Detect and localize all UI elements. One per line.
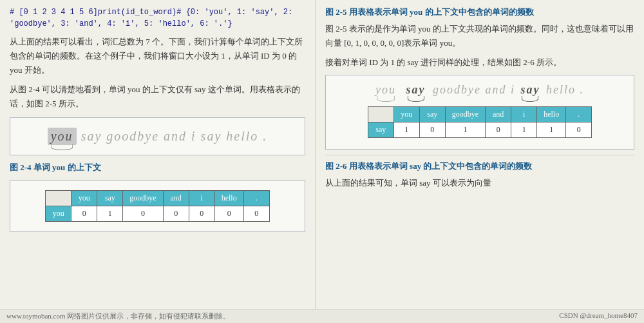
fig5-para1: 图 2-5 表示的是作为单词 you 的上下文共现的单词的频数。同时，这也意味着… — [325, 22, 634, 50]
fig5-para2: 接着对单词 ID 为 1 的 say 进行同样的处理，结果如图 2-6 所示。 — [325, 55, 634, 70]
fig4-col-say: say — [97, 191, 123, 206]
code-block: # [0 1 2 3 4 1 5 6]print(id_to_word)# {0… — [10, 6, 305, 30]
fig5-data-row: say 1 0 1 0 1 1 0 — [368, 122, 591, 138]
fig5-val-1: 0 — [419, 122, 445, 138]
fig4-val-2: 0 — [123, 206, 163, 222]
fig4-data-row: you 0 1 0 0 0 0 0 — [46, 206, 269, 222]
code-line-2: 'goodbye', 3: 'and', 4: 'i', 5: 'hello',… — [10, 18, 305, 30]
divider — [325, 155, 634, 155]
fig5-table: you say goodbye and i hello . say 1 0 1 — [368, 106, 592, 138]
fig5-empty-cell — [368, 107, 393, 122]
fig5-val-3: 0 — [486, 122, 511, 138]
fig4-val-5: 0 — [214, 206, 243, 222]
para-1: 从上面的结果可以看出，词汇总数为 7 个。下面，我们计算每个单词的上下文所包含的… — [10, 35, 305, 77]
fig4-col-goodbye: goodbye — [123, 191, 163, 206]
fig5-val-0: 1 — [393, 122, 419, 138]
fig4-col-i: i — [189, 191, 214, 206]
figure-2-4-sentence-box: you say goodbye and i say hello . — [10, 117, 305, 155]
word-you-highlight: you — [48, 128, 77, 145]
right-word-say1: say — [406, 83, 426, 97]
sentence-display: you say goodbye and i say hello . — [23, 128, 292, 145]
fig5-row-label: say — [368, 122, 393, 138]
fig4-table: you say goodbye and i hello . you 0 — [45, 190, 269, 222]
fig6-para: 从上面的结果可知，单词 say 可以表示为向量 — [325, 176, 634, 190]
fig5-col-goodbye: goodbye — [445, 107, 485, 122]
fig4-table-box: you say goodbye and i hello . you 0 — [10, 180, 305, 232]
fig4-empty-cell — [46, 191, 71, 206]
fig4-val-4: 0 — [189, 206, 214, 222]
fig4-caption: 图 2-4 单词 you 的上下文 — [10, 162, 305, 173]
left-panel: # [0 1 2 3 4 1 5 6]print(id_to_word)# {0… — [0, 0, 316, 309]
fig4-val-0: 0 — [71, 206, 97, 222]
fig5-val-4: 1 — [511, 122, 537, 138]
fig5-col-period: . — [566, 107, 592, 122]
fig5-col-hello: hello — [537, 107, 566, 122]
bottom-right-text: CSDN @dream_home8407 — [559, 311, 638, 321]
fig4-val-6: 0 — [243, 206, 269, 222]
fig4-section: 图 2-4 单词 you 的上下文 you say goodbye and i … — [10, 162, 305, 232]
fig5-val-5: 1 — [537, 122, 566, 138]
fig4-header-row: you say goodbye and i hello . — [46, 191, 269, 206]
bottom-bar: www.toymoban.com 网络图片仅供展示，非存储，如有侵犯请联系删除。… — [0, 309, 644, 323]
fig4-val-3: 0 — [163, 206, 189, 222]
fig5-caption: 图 2-5 用表格表示单词 you 的上下文中包含的单词的频数 — [325, 6, 634, 18]
fig5-col-and: and — [486, 107, 511, 122]
right-word-goodbye: goodbye and i — [433, 83, 519, 96]
fig5-val-2: 1 — [445, 122, 485, 138]
fig5-col-say: say — [419, 107, 445, 122]
fig5-box: you say goodbye and i say hello . you sa… — [325, 75, 634, 150]
sentence-rest: say goodbye and i say hello . — [81, 129, 268, 143]
fig4-val-1: 1 — [97, 206, 123, 222]
fig4-col-you: you — [71, 191, 97, 206]
right-word-you: you — [375, 83, 396, 97]
para-2: 从图 2-4 可以清楚地看到，单词 you 的上下文仅有 say 这个单词。用表… — [10, 83, 305, 111]
fig5-col-you: you — [393, 107, 419, 122]
fig4-col-and: and — [163, 191, 189, 206]
fig5-header-row: you say goodbye and i hello . — [368, 107, 591, 122]
fig5-val-6: 0 — [566, 122, 592, 138]
right-word-say2: say — [520, 83, 540, 97]
right-word-hello: hello . — [546, 83, 584, 96]
right-sentence: you say goodbye and i say hello . — [336, 83, 624, 97]
right-panel: 图 2-5 用表格表示单词 you 的上下文中包含的单词的频数 图 2-5 表示… — [316, 0, 644, 309]
fig6-section: 图 2-6 用表格表示单词 say 的上下文中包含的单词的频数 从上面的结果可知… — [325, 161, 634, 190]
fig4-col-hello: hello — [214, 191, 243, 206]
fig6-caption: 图 2-6 用表格表示单词 say 的上下文中包含的单词的频数 — [325, 161, 634, 172]
fig5-col-i: i — [511, 107, 537, 122]
fig4-col-period: . — [243, 191, 269, 206]
fig4-row-label: you — [46, 206, 71, 222]
bottom-left-text: www.toymoban.com 网络图片仅供展示，非存储，如有侵犯请联系删除。 — [6, 311, 230, 321]
code-line-1: # [0 1 2 3 4 1 5 6]print(id_to_word)# {0… — [10, 6, 305, 18]
